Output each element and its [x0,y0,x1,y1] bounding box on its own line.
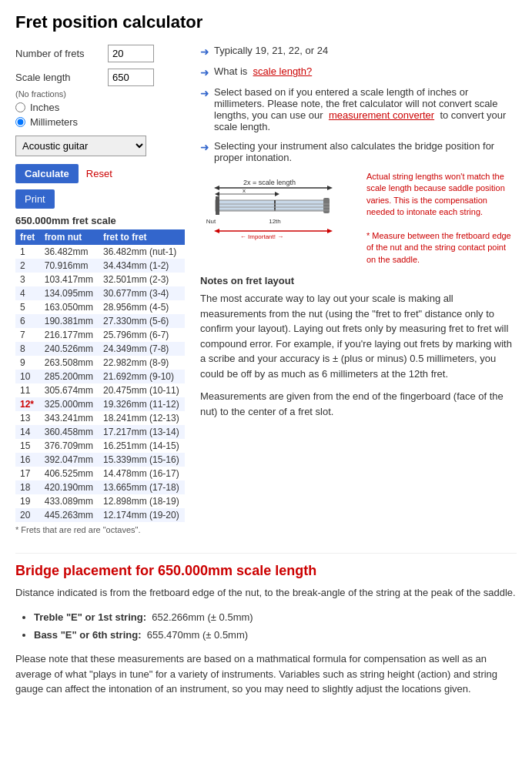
fret-to-fret-val: 34.434mm (1-2) [99,259,185,273]
svg-rect-1 [216,196,219,215]
fret-to-fret-val: 16.251mm (14-15) [99,439,185,453]
table-row: 19433.089mm12.898mm (18-19) [15,494,185,508]
fret-to-fret-val: 13.665mm (17-18) [99,480,185,494]
fret-to-fret-val: 28.956mm (4-5) [99,300,185,314]
instrument-select[interactable]: Acoustic guitar Electric guitar Classica… [15,136,146,156]
table-row: 7216.177mm25.796mm (6-7) [15,328,185,342]
scale-length-label: Scale length [15,72,100,83]
calculate-button[interactable]: Calculate [15,164,79,183]
fret-num: 19 [15,494,40,508]
print-button[interactable]: Print [15,189,55,209]
fret-num: 16 [15,453,40,467]
fret-num: 18 [15,480,40,494]
scale-length-input[interactable] [108,69,154,86]
num-frets-row: Number of frets [15,45,185,62]
svg-marker-14 [275,192,279,196]
neck-diagram: 2x = scale length x Nut 12th ← Important… [200,171,354,243]
inches-radio[interactable] [15,102,25,112]
fret-to-fret-val: 14.478mm (16-17) [99,467,185,480]
diagram-note: Actual string lengths won't match the sc… [366,171,517,266]
notes-section: Notes on fret layout The most accurate w… [200,275,517,419]
scale-length-hint-text: What is [214,65,247,77]
bridge-title: Bridge placement for 650.000mm scale len… [15,563,517,579]
unit-hint: Select based on if you entered a scale l… [214,86,517,132]
neck-svg: 2x = scale length x Nut 12th ← Important… [200,171,354,240]
fret-to-fret-val: 24.349mm (7-8) [99,342,185,356]
hint-unit: ➜ Select based on if you entered a scale… [200,86,517,132]
notes-text1: The most accurate way to lay out your sc… [200,291,517,381]
fret-num: 17 [15,467,40,480]
num-frets-hint: Typically 19, 21, 22, or 24 [214,45,328,56]
fret-num: 20 [15,508,40,522]
notes-title: Notes on fret layout [200,275,517,286]
from-nut-val: 240.526mm [40,342,99,356]
svg-text:Nut: Nut [206,218,216,225]
bass-value: 655.470mm (± 0.5mm) [147,629,248,641]
col-from-nut: from nut [40,229,99,245]
action-buttons: Calculate Reset [15,164,185,183]
table-row: 3103.417mm32.501mm (2-3) [15,273,185,286]
fret-to-fret-val: 30.677mm (3-4) [99,286,185,300]
fret-to-fret-val: 36.482mm (nut-1) [99,245,185,259]
scale-length-link[interactable]: scale length? [253,65,313,77]
diagram-container: 2x = scale length x Nut 12th ← Important… [200,171,517,266]
fret-to-fret-val: 12.898mm (18-19) [99,494,185,508]
measurement-converter-link[interactable]: measurement converter [329,109,434,121]
svg-text:2x = scale length: 2x = scale length [243,179,296,186]
fret-num: 8 [15,342,40,356]
col-fret-to-fret: fret to fret [99,229,185,245]
bridge-bass: Bass "E" or 6th string: 655.470mm (± 0.5… [34,626,517,644]
fret-num: 1 [15,245,40,259]
table-row: 8240.526mm24.349mm (7-8) [15,342,185,356]
right-panel: ➜ Typically 19, 21, 22, or 24 ➜ What is … [200,45,517,534]
no-fractions-label: (No fractions) [15,89,185,99]
from-nut-val: 392.047mm [40,453,99,467]
fret-to-fret-val: 12.174mm (19-20) [99,508,185,522]
instrument-row: Acoustic guitar Electric guitar Classica… [15,136,185,156]
fret-to-fret-val: 17.217mm (13-14) [99,425,185,439]
fret-num: 4 [15,286,40,300]
fret-num: 9 [15,356,40,370]
svg-marker-20 [327,229,333,233]
bridge-treble: Treble "E" or 1st string: 652.266mm (± 0… [34,608,517,626]
page-title: Fret position calculator [15,12,517,32]
table-row: 17406.525mm14.478mm (16-17) [15,467,185,480]
fret-num: 3 [15,273,40,286]
fret-footnote: * Frets that are red are "octaves". [15,525,185,534]
fret-to-fret-val: 21.692mm (9-10) [99,370,185,383]
num-frets-input[interactable] [108,45,154,62]
fret-to-fret-val: 32.501mm (2-3) [99,273,185,286]
fret-num: 12* [15,397,40,411]
mm-radio[interactable] [15,117,25,127]
fret-num: 11 [15,383,40,397]
bridge-note: Please note that these measurements are … [15,651,517,697]
from-nut-val: 445.263mm [40,508,99,522]
bass-label: Bass "E" or 6th string: [34,629,141,641]
scale-title: 650.000mm fret scale [15,215,185,226]
table-row: 13343.241mm18.241mm (12-13) [15,411,185,425]
from-nut-val: 163.050mm [40,300,99,314]
arrow-icon-2: ➜ [200,66,209,79]
fret-to-fret-val: 19.326mm (11-12) [99,397,185,411]
from-nut-val: 285.200mm [40,370,99,383]
mm-row: Millimeters [15,116,185,128]
mm-label: Millimeters [30,116,78,128]
reset-button[interactable]: Reset [86,168,112,179]
fret-to-fret-val: 25.796mm (6-7) [99,328,185,342]
svg-text:x: x [243,187,246,194]
arrow-icon-3: ➜ [200,87,209,99]
table-row: 14360.458mm17.217mm (13-14) [15,425,185,439]
from-nut-val: 70.916mm [40,259,99,273]
from-nut-val: 343.241mm [40,411,99,425]
fret-to-fret-val: 22.982mm (8-9) [99,356,185,370]
notes-text2: Measurements are given from the end of t… [200,389,517,419]
fret-num: 13 [15,411,40,425]
table-row: 4134.095mm30.677mm (3-4) [15,286,185,300]
table-row: 12*325.000mm19.326mm (11-12) [15,397,185,411]
table-row: 270.916mm34.434mm (1-2) [15,259,185,273]
from-nut-val: 103.417mm [40,273,99,286]
from-nut-val: 406.525mm [40,467,99,480]
fret-to-fret-val: 20.475mm (10-11) [99,383,185,397]
treble-label: Treble "E" or 1st string: [34,611,146,623]
fret-to-fret-val: 15.339mm (15-16) [99,453,185,467]
